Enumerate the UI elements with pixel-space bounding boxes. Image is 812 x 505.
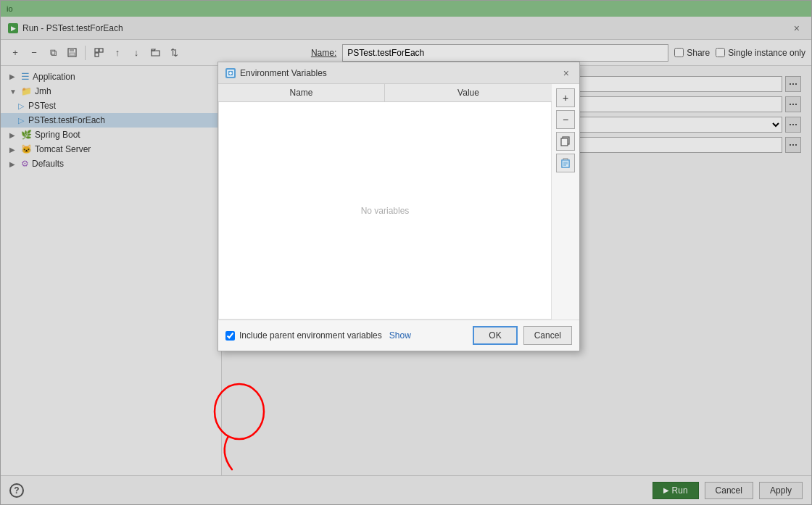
dialog-title-left: Environment Variables: [225, 68, 327, 78]
modal-overlay: Environment Variables × Name Value No va…: [0, 0, 812, 505]
dialog-icon: [225, 68, 236, 78]
env-paste-button[interactable]: [556, 154, 575, 172]
include-parent-checkbox[interactable]: [225, 331, 235, 341]
no-variables-text: No variables: [361, 206, 410, 216]
dialog-close-button[interactable]: ×: [560, 67, 572, 79]
footer-left: Include parent environment variables Sho…: [225, 330, 411, 341]
env-table-area: Name Value No variables: [218, 84, 552, 320]
env-copy-button[interactable]: [556, 132, 575, 151]
dialog-content: Name Value No variables + −: [218, 84, 579, 320]
env-table-body[interactable]: No variables: [218, 102, 552, 320]
table-header: Name Value: [218, 84, 552, 102]
footer-right: OK Cancel: [473, 326, 572, 345]
env-side-buttons: + −: [552, 84, 579, 320]
env-remove-button[interactable]: −: [556, 110, 575, 129]
ok-button[interactable]: OK: [473, 326, 517, 345]
dialog-title: Environment Variables: [240, 68, 327, 78]
include-parent-env-label[interactable]: Include parent environment variables: [225, 330, 382, 341]
dialog-titlebar: Environment Variables ×: [218, 62, 579, 84]
env-add-button[interactable]: +: [556, 88, 575, 107]
table-col-name: Name: [218, 84, 385, 101]
table-col-value: Value: [385, 84, 552, 101]
dialog-cancel-button[interactable]: Cancel: [523, 326, 572, 345]
dialog-footer: Include parent environment variables Sho…: [218, 320, 579, 351]
svg-rect-10: [561, 138, 568, 146]
show-link[interactable]: Show: [389, 330, 411, 341]
env-dialog: Environment Variables × Name Value No va…: [218, 62, 580, 351]
include-parent-text: Include parent environment variables: [239, 330, 382, 341]
